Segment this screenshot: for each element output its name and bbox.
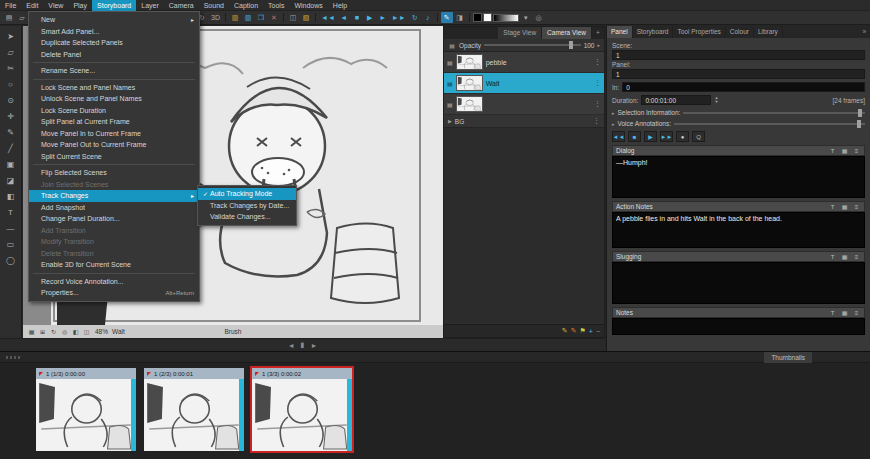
forward-button[interactable]: ►► — [660, 131, 673, 142]
contour-tool-icon[interactable]: ○ — [3, 78, 18, 91]
menu-item-duplicate-selected-panels[interactable]: Duplicate Selected Panels — [29, 37, 199, 49]
fit-view-icon[interactable]: ▦ — [27, 327, 36, 336]
add-panel-icon[interactable]: ▥ — [229, 12, 241, 23]
prev-frame-button[interactable]: ◄ — [338, 12, 350, 23]
menubar-item-storyboard[interactable]: Storyboard — [92, 0, 136, 11]
collapse-icon[interactable]: ▸ — [612, 110, 615, 116]
mirror-view-icon[interactable]: ◧ — [71, 327, 80, 336]
caption-menu-icon[interactable]: ≡ — [852, 310, 861, 316]
row-menu-icon[interactable]: ⋮ — [594, 100, 601, 108]
text-tool-icon[interactable]: T — [3, 206, 18, 219]
edit-pencil-icon[interactable]: ✎ — [562, 327, 568, 335]
chevron-right-icon[interactable]: ▸ — [597, 42, 600, 48]
expand-icon[interactable]: ▶ — [448, 118, 452, 124]
caption-text[interactable]: A pebble flies in and hits Walt in the b… — [612, 212, 865, 248]
storyboard-thumbnail-2[interactable]: 1 (2/3) 0:00:01 — [144, 368, 244, 451]
menu-item-validate-changes[interactable]: Validate Changes... — [198, 211, 296, 223]
rewind-button[interactable]: ◄◄ — [612, 131, 625, 142]
tab-tool-properties[interactable]: Tool Properties — [673, 26, 725, 38]
menubar-item-windows[interactable]: Windows — [289, 0, 327, 11]
menu-item-track-changes-by-date[interactable]: Track Changes by Date... — [198, 200, 296, 212]
collapse-icon[interactable]: ▸ — [612, 121, 615, 127]
tab-stage-view[interactable]: Stage View — [498, 27, 542, 39]
menu-item-rename-scene[interactable]: Rename Scene... — [29, 65, 199, 77]
add-view-icon[interactable]: + — [592, 27, 604, 39]
duplicate-panel-icon[interactable]: ❐ — [255, 12, 267, 23]
brush-tool-icon[interactable]: ✎ — [3, 126, 18, 139]
menu-item-flip-selected-scenes[interactable]: Flip Selected Scenes — [29, 167, 199, 179]
row-menu-icon[interactable]: ⋮ — [593, 117, 600, 125]
menubar-item-sound[interactable]: Sound — [199, 0, 229, 11]
next-frame-button[interactable]: ► — [377, 12, 389, 23]
format-text-icon[interactable]: T — [828, 254, 837, 260]
hand-tool-icon[interactable]: ✛ — [3, 110, 18, 123]
stamp-tool-icon[interactable]: ▣ — [3, 158, 18, 171]
row-menu-icon[interactable]: ⋮ — [594, 79, 601, 87]
menubar-item-help[interactable]: Help — [328, 0, 352, 11]
paint-tool-icon[interactable]: ◧ — [3, 190, 18, 203]
zoom-tool-icon[interactable]: ⊙ — [3, 94, 18, 107]
transform-tool-icon[interactable]: ▱ — [3, 46, 18, 59]
pen-mode-icon[interactable]: ✎ — [441, 12, 453, 23]
storyboard-thumbnail-3[interactable]: 1 (3/3) 0:00:02 — [252, 368, 352, 451]
new-scene-icon[interactable]: ▧ — [300, 12, 312, 23]
menu-item-properties[interactable]: Properties...Alt+Return — [29, 287, 199, 299]
tab-panel[interactable]: Panel — [607, 26, 633, 38]
3d-toggle[interactable]: 3D — [209, 12, 222, 23]
play-button[interactable]: ▶ — [364, 12, 376, 23]
menu-item-move-panel-out-to-current-frame[interactable]: Move Panel Out to Current Frame — [29, 139, 199, 151]
insert-field-icon[interactable]: ▦ — [840, 253, 849, 260]
tab-overflow-icon[interactable]: » — [858, 26, 870, 38]
caption-text[interactable]: —Humph! — [612, 156, 865, 198]
delete-panel-icon[interactable]: ✕ — [268, 12, 280, 23]
menubar-item-caption[interactable]: Caption — [229, 0, 263, 11]
tab-library[interactable]: Library — [754, 26, 783, 38]
opacity-slider[interactable] — [484, 44, 581, 46]
white-swatch[interactable] — [483, 13, 492, 22]
menu-item-smart-add-panel[interactable]: Smart Add Panel... — [29, 26, 199, 38]
black-swatch[interactable] — [473, 13, 482, 22]
first-frame-button[interactable]: ◄◄ — [319, 12, 337, 23]
tab-camera-view[interactable]: Camera View — [542, 27, 592, 39]
panel-handle[interactable] — [239, 379, 244, 451]
ellipse-tool-icon[interactable]: ◯ — [3, 254, 18, 267]
light-table-icon[interactable]: ◫ — [82, 327, 91, 336]
menu-item-add-snapshot[interactable]: Add Snapshot — [29, 202, 199, 214]
split-panel-icon[interactable]: ◫ — [287, 12, 299, 23]
insert-field-icon[interactable]: ▦ — [840, 309, 849, 316]
annotation-pencil-icon[interactable]: ✎ — [571, 327, 577, 335]
panel-handle[interactable] — [131, 379, 136, 451]
scroll-right-icon[interactable]: ► — [310, 342, 317, 349]
duration-field[interactable]: 0:00:01:00 — [641, 95, 711, 105]
drag-grip-icon[interactable] — [6, 356, 20, 359]
smart-add-panel-icon[interactable]: ▥ — [242, 12, 254, 23]
gradient-slider[interactable] — [493, 14, 519, 22]
eraser-mode-icon[interactable]: ◨ — [454, 12, 466, 23]
insert-field-icon[interactable]: ▦ — [840, 147, 849, 154]
menu-item-track-changes[interactable]: Track Changes▸ — [29, 190, 199, 202]
menu-item-enable-3d-for-current-scene[interactable]: Enable 3D for Current Scene — [29, 259, 199, 271]
layer-row-untitled-2[interactable]: ▤ ⋮ — [444, 94, 604, 115]
format-text-icon[interactable]: T — [828, 204, 837, 210]
menu-item-move-panel-in-to-current-frame[interactable]: Move Panel In to Current Frame — [29, 128, 199, 140]
stop-button[interactable]: ■ — [351, 12, 363, 23]
add-layer-icon[interactable]: + — [589, 328, 593, 335]
menu-item-unlock-scene-and-panel-names[interactable]: Unlock Scene and Panel Names — [29, 93, 199, 105]
remove-layer-icon[interactable]: − — [596, 328, 600, 335]
new-icon[interactable]: ▤ — [3, 12, 15, 23]
bg-group-row[interactable]: ▶ BG ⋮ — [444, 115, 604, 128]
menu-item-lock-scene-duration[interactable]: Lock Scene Duration — [29, 105, 199, 117]
select-tool-icon[interactable]: ➤ — [3, 30, 18, 43]
pencil-tool-icon[interactable]: ╱ — [3, 142, 18, 155]
caption-text[interactable] — [612, 262, 865, 304]
scroll-left-icon[interactable]: ◄ — [288, 342, 295, 349]
menu-item-record-voice-annotation[interactable]: Record Voice Annotation... — [29, 276, 199, 288]
flag-icon[interactable]: ⚑ — [580, 327, 586, 335]
eraser-tool-icon[interactable]: ◪ — [3, 174, 18, 187]
tab-storyboard[interactable]: Storyboard — [633, 26, 674, 38]
sound-toggle-icon[interactable]: ♪ — [422, 12, 434, 23]
caption-menu-icon[interactable]: ≡ — [852, 204, 861, 210]
rectangle-tool-icon[interactable]: ▭ — [3, 238, 18, 251]
menubar-item-play[interactable]: Play — [68, 0, 92, 11]
voice-annotations-slider[interactable] — [674, 123, 865, 125]
